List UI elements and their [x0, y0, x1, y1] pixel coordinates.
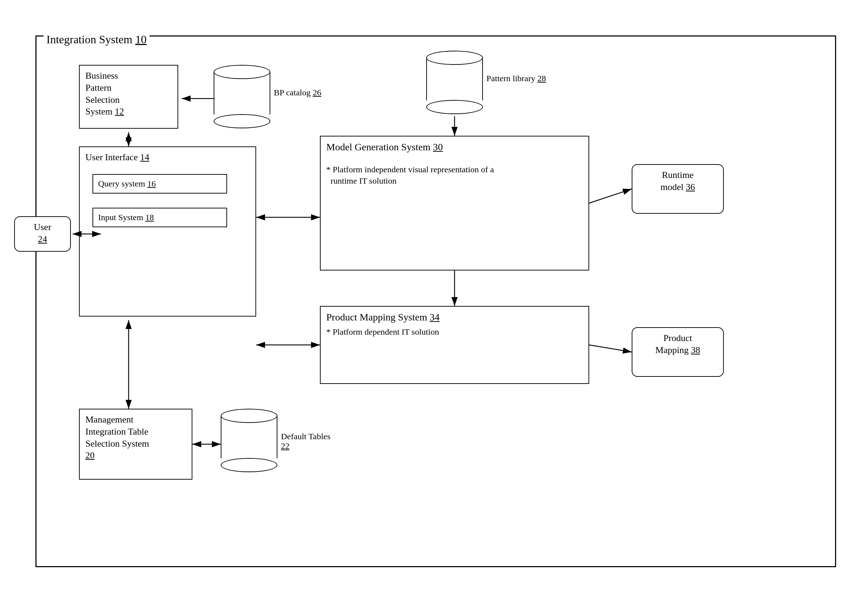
bp-catalog-cyl-top — [214, 65, 270, 79]
pattern-library-cyl-top — [426, 51, 483, 65]
svg-line-10 — [589, 345, 632, 352]
input-system-label: Input System 18 — [98, 213, 154, 222]
pattern-library-cyl-bottom — [426, 100, 483, 114]
business-pattern-label: BusinessPatternSelectionSystem 12 — [86, 71, 124, 117]
bp-catalog-label: BP catalog 26 — [274, 88, 321, 98]
default-tables-cylinder: Default Tables22 — [221, 409, 278, 472]
runtime-model-label: Runtimemodel 36 — [660, 170, 695, 192]
user-interface-label: User Interface 14 — [86, 152, 149, 162]
model-generation-note: * Platform independent visual representa… — [326, 164, 583, 186]
bp-catalog-cylinder: BP catalog 26 — [214, 65, 270, 128]
model-generation-label: Model Generation System 30 — [326, 141, 443, 152]
query-system-box: Query system 16 — [93, 174, 227, 194]
product-mapping-system-box: Product Mapping System 34 * Platform dep… — [320, 306, 589, 384]
default-tables-cyl-bottom — [221, 458, 278, 472]
pattern-library-cylinder: Pattern library 28 — [426, 51, 483, 114]
runtime-model-box: Runtimemodel 36 — [632, 164, 724, 214]
user-interface-box: User Interface 14 Query system 16 Input … — [79, 147, 256, 317]
default-tables-label: Default Tables22 — [281, 432, 331, 451]
bp-catalog-cyl-bottom — [214, 114, 270, 128]
diagram-container: Integration System 10 BusinessPatternSel… — [14, 14, 850, 578]
outer-integration-system-box: Integration System 10 BusinessPatternSel… — [35, 36, 836, 567]
product-mapping-system-label: Product Mapping System 34 — [326, 312, 440, 323]
query-system-label: Query system 16 — [98, 179, 156, 188]
model-generation-box: Model Generation System 30 * Platform in… — [320, 136, 589, 271]
business-pattern-box: BusinessPatternSelectionSystem 12 — [79, 65, 178, 129]
product-mapping-box: ProductMapping 38 — [632, 327, 724, 377]
pattern-library-label: Pattern library 28 — [486, 74, 546, 83]
management-label: ManagementIntegration TableSelection Sys… — [86, 414, 149, 460]
outer-label: Integration System 10 — [44, 33, 149, 46]
default-tables-cyl-top — [221, 409, 278, 423]
product-mapping-label: ProductMapping 38 — [655, 333, 700, 355]
svg-line-9 — [589, 189, 632, 203]
input-system-box: Input System 18 — [93, 208, 227, 227]
outer-number: 10 — [135, 33, 147, 46]
product-mapping-system-note: * Platform dependent IT solution — [326, 327, 583, 337]
user-box: User24 — [14, 216, 71, 252]
user-label: User24 — [34, 222, 51, 244]
management-box: ManagementIntegration TableSelection Sys… — [79, 409, 192, 480]
